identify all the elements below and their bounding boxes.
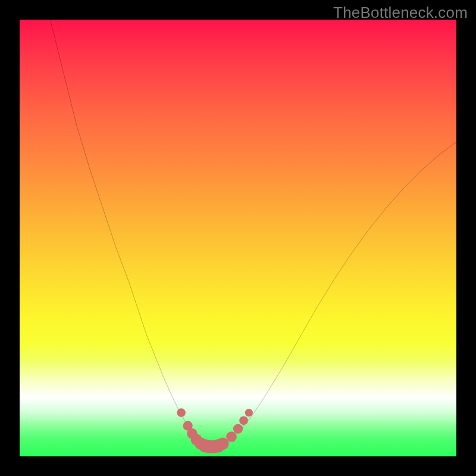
highlighted-points bbox=[177, 408, 253, 453]
marker-point bbox=[245, 409, 253, 416]
watermark-text: TheBottleneck.com bbox=[333, 4, 468, 22]
marker-point bbox=[233, 424, 243, 434]
chart-plot-area bbox=[20, 20, 456, 456]
marker-point bbox=[239, 416, 248, 425]
marker-point bbox=[226, 431, 237, 442]
bottleneck-curve bbox=[50, 20, 456, 447]
marker-point bbox=[177, 408, 186, 417]
chart-svg bbox=[20, 20, 456, 456]
